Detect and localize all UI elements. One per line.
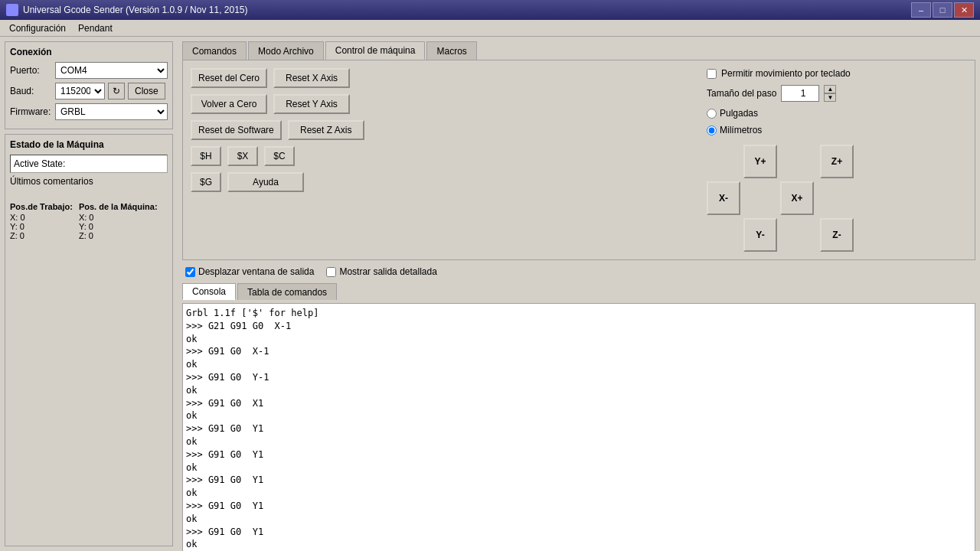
tab-bar: Comandos Modo Archivo Control de máquina… xyxy=(182,41,975,60)
keyboard-movement-checkbox[interactable] xyxy=(707,69,717,79)
refresh-button[interactable]: ↻ xyxy=(108,83,125,99)
app-icon xyxy=(6,4,18,16)
row2: Volver a Cero Reset Y Axis xyxy=(191,94,364,114)
minimize-button[interactable]: – xyxy=(911,2,931,18)
empty-br xyxy=(780,218,814,252)
baud-row: Baud: 115200 ↻ Close xyxy=(10,83,168,99)
keyboard-movement-row: Permitir movimiento por teclado xyxy=(707,68,967,79)
pos-maquina-z: Z: 0 xyxy=(79,231,158,240)
pulgadas-row: Pulgadas xyxy=(707,108,967,119)
step-size-input[interactable] xyxy=(781,85,819,102)
active-state-box: Active State: xyxy=(10,155,168,173)
connection-title: Conexión xyxy=(10,47,168,57)
milimetros-row: Milímetros xyxy=(707,125,967,135)
menu-configuracion[interactable]: Configuración xyxy=(3,21,72,35)
console-output: Grbl 1.1f ['$' for help] >>> G21 G91 G0 … xyxy=(182,303,975,551)
console-tabs: Consola Tabla de comandos xyxy=(182,283,975,300)
empty-tr xyxy=(780,145,814,178)
tab-control-maquina[interactable]: Control de máquina xyxy=(325,41,426,60)
menu-pendant[interactable]: Pendant xyxy=(72,21,119,35)
empty-center xyxy=(743,181,777,215)
tab-container: Comandos Modo Archivo Control de máquina… xyxy=(182,41,975,260)
desplazar-text: Desplazar ventana de salida xyxy=(198,266,314,277)
tab-comandos[interactable]: Comandos xyxy=(182,41,247,60)
z-plus-button[interactable]: Z+ xyxy=(820,145,854,178)
firmware-row: Firmware: GRBL xyxy=(10,103,168,120)
step-size-label: Tamaño del paso xyxy=(707,88,776,99)
pos-maquina-x: X: 0 xyxy=(79,213,158,222)
volver-cero-button[interactable]: Volver a Cero xyxy=(191,94,267,114)
maximize-button[interactable]: □ xyxy=(933,2,952,18)
reset-x-button[interactable]: Reset X Axis xyxy=(273,68,350,88)
tab-content-inner: Reset del Cero Reset X Axis Volver a Cer… xyxy=(191,68,967,252)
ayuda-button[interactable]: Ayuda xyxy=(227,172,304,192)
pos-trabajo-col: Pos.de Trabajo: X: 0 Y: 0 Z: 0 xyxy=(10,202,73,240)
mostrar-label: Mostrar salida detallada xyxy=(326,266,436,277)
tab-content: Reset del Cero Reset X Axis Volver a Cer… xyxy=(182,60,975,260)
port-select[interactable]: COM4 xyxy=(55,62,168,79)
reset-y-button[interactable]: Reset Y Axis xyxy=(273,94,350,114)
y-minus-button[interactable]: Y- xyxy=(743,218,777,252)
mostrar-text: Mostrar salida detallada xyxy=(339,266,436,277)
sg-button[interactable]: $G xyxy=(191,172,221,192)
connection-section: Conexión Puerto: COM4 Baud: 115200 ↻ Clo… xyxy=(5,41,173,129)
sx-button[interactable]: $X xyxy=(227,146,258,166)
step-size-row: Tamaño del paso ▲ ▼ xyxy=(707,85,967,102)
step-up-button[interactable]: ▲ xyxy=(824,85,836,93)
sc-button[interactable]: $C xyxy=(264,146,295,166)
z-spacer xyxy=(820,181,854,215)
row4: $H $X $C xyxy=(191,146,364,166)
app-title: Universal Gcode Sender (Versión 1.0.9 / … xyxy=(23,5,248,15)
pos-trabajo-header: Pos.de Trabajo: xyxy=(10,202,73,211)
tab-consola[interactable]: Consola xyxy=(182,283,236,300)
firmware-label: Firmware: xyxy=(10,106,52,117)
x-minus-button[interactable]: X- xyxy=(707,181,740,215)
desplazar-label: Desplazar ventana de salida xyxy=(185,266,314,277)
pos-maquina-y: Y: 0 xyxy=(79,222,158,231)
z-minus-button[interactable]: Z- xyxy=(820,218,854,252)
right-controls: Permitir movimiento por teclado Tamaño d… xyxy=(707,68,967,252)
title-bar: Universal Gcode Sender (Versión 1.0.9 / … xyxy=(0,0,980,20)
milimetros-label: Milímetros xyxy=(720,125,762,135)
reset-cero-button[interactable]: Reset del Cero xyxy=(191,68,267,88)
reset-software-button[interactable]: Reset de Software xyxy=(191,120,282,140)
tab-tabla-comandos[interactable]: Tabla de comandos xyxy=(237,283,337,300)
xy-jog-grid: Y+ X- X+ Y- xyxy=(707,145,814,252)
keyboard-movement-label: Permitir movimiento por teclado xyxy=(721,68,851,79)
jog-controls: Y+ X- X+ Y- xyxy=(707,145,967,252)
sh-button[interactable]: $H xyxy=(191,146,221,166)
z-jog-controls: Z+ Z- xyxy=(820,145,854,252)
tab-macros[interactable]: Macros xyxy=(426,41,476,60)
estado-title: Estado de la Máquina xyxy=(10,139,168,150)
command-buttons: Reset del Cero Reset X Axis Volver a Cer… xyxy=(191,68,364,252)
title-controls: – □ ✕ xyxy=(911,2,974,18)
y-plus-button[interactable]: Y+ xyxy=(743,145,777,178)
close-button[interactable]: ✕ xyxy=(954,2,974,18)
pos-maquina-col: Pos. de la Máquina: X: 0 Y: 0 Z: 0 xyxy=(79,202,158,240)
row5: $G Ayuda xyxy=(191,172,364,192)
pulgadas-label: Pulgadas xyxy=(720,108,758,119)
menu-bar: Configuración Pendant xyxy=(0,20,980,37)
baud-label: Baud: xyxy=(10,86,52,96)
pulgadas-radio[interactable] xyxy=(707,109,717,119)
reset-z-button[interactable]: Reset Z Axis xyxy=(288,120,364,140)
pos-trabajo-x: X: 0 xyxy=(10,213,73,222)
x-plus-button[interactable]: X+ xyxy=(780,181,814,215)
firmware-select[interactable]: GRBL xyxy=(55,103,168,120)
left-panel: Conexión Puerto: COM4 Baud: 115200 ↻ Clo… xyxy=(0,37,178,551)
tab-modo-archivo[interactable]: Modo Archivo xyxy=(248,41,324,60)
pos-trabajo-z: Z: 0 xyxy=(10,231,73,240)
right-panel: Comandos Modo Archivo Control de máquina… xyxy=(178,37,980,551)
mostrar-checkbox[interactable] xyxy=(326,267,336,277)
milimetros-radio[interactable] xyxy=(707,126,717,135)
pos-trabajo-y: Y: 0 xyxy=(10,222,73,231)
main-container: Conexión Puerto: COM4 Baud: 115200 ↻ Clo… xyxy=(0,37,980,551)
close-connection-button[interactable]: Close xyxy=(128,83,165,99)
desplazar-checkbox[interactable] xyxy=(185,267,195,277)
empty-tl xyxy=(707,145,740,178)
estado-section: Estado de la Máquina Active State: Últim… xyxy=(5,134,173,546)
port-row: Puerto: COM4 xyxy=(10,62,168,79)
step-down-button[interactable]: ▼ xyxy=(824,93,836,102)
baud-select[interactable]: 115200 xyxy=(55,83,105,99)
active-state-label: Active State: xyxy=(14,158,65,169)
